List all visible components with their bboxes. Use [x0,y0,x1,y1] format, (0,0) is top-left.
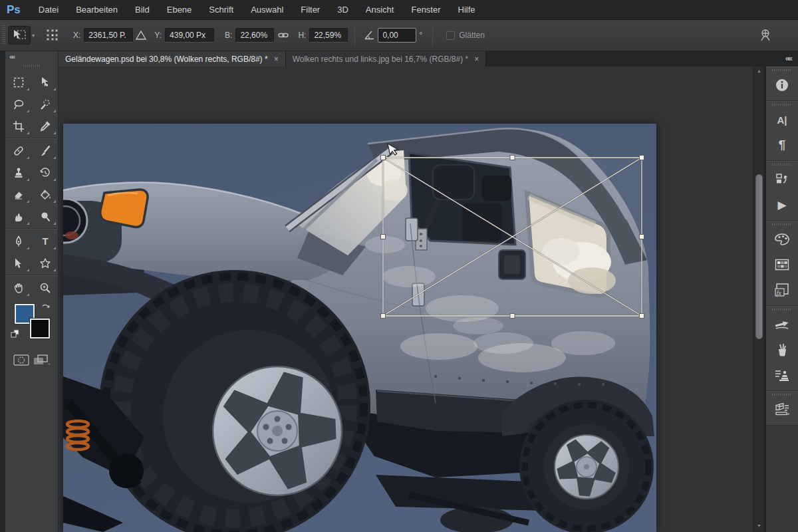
menu-hilfe[interactable]: Hilfe [450,0,484,20]
close-icon[interactable]: × [274,55,279,63]
options-bar-grip[interactable] [2,25,5,45]
menu-bearbeiten[interactable]: Bearbeiten [67,0,126,20]
panel-brush-presets-icon[interactable] [766,337,798,362]
rotation-angle-field[interactable]: 0,00 [378,28,416,43]
menu-3d[interactable]: 3D [329,0,357,20]
menu-auswahl[interactable]: Auswahl [242,0,292,20]
tool-rectangular-marquee[interactable] [5,71,32,93]
glaetten-checkbox[interactable] [446,31,455,40]
panel-info-icon[interactable] [766,72,798,98]
transform-handle-top-mid[interactable] [510,156,515,160]
transform-handle-bottom-left[interactable] [381,314,386,319]
panel-swatches-icon[interactable] [766,252,798,277]
panel-grip[interactable] [772,104,792,106]
tool-smudge[interactable] [5,205,32,227]
panel-3d-icon[interactable] [766,397,798,422]
workspace-switcher-icon[interactable] [758,28,773,43]
scroll-up-icon[interactable]: ▲ [753,66,765,76]
height-label: H: [298,31,306,40]
scrollbar-thumb[interactable] [755,174,763,339]
tool-dropdown-arrow[interactable]: ▾ [32,33,35,39]
menu-datei[interactable]: Datei [30,0,67,20]
panel-grip[interactable] [772,309,792,311]
transform-handle-top-left[interactable] [381,156,386,160]
menu-bild[interactable]: Bild [126,0,158,20]
panel-actions-icon[interactable]: ▶ [766,192,798,217]
panel-brush-icon[interactable] [766,312,798,337]
toolbar-grip[interactable] [23,65,41,67]
panel-clone-source-icon[interactable] [766,362,798,388]
tool-crop[interactable] [5,115,32,137]
transform-handle-left-mid[interactable] [381,235,386,239]
tool-path-selection[interactable] [5,252,32,274]
tool-eraser[interactable] [5,184,32,205]
tool-history-brush[interactable] [32,162,59,184]
svg-text:fx: fx [777,289,782,297]
tool-dodge[interactable] [32,205,59,227]
degree-unit: ° [419,31,422,40]
toolbar-collapse-icon[interactable]: «« [5,51,58,63]
background-color-swatch[interactable] [30,319,50,338]
width-scale-field[interactable]: 22,60% [235,28,274,43]
panel-color-icon[interactable] [766,227,798,252]
quick-mask-button[interactable] [13,354,29,369]
tool-lasso[interactable] [5,93,32,115]
panel-history-icon[interactable] [766,167,798,192]
transform-handle-bottom-mid[interactable] [510,314,515,319]
tool-clone-stamp[interactable] [5,162,32,184]
tool-type[interactable]: T [32,230,59,252]
rotation-angle-icon [364,30,376,41]
transform-handle-right-mid[interactable] [640,235,644,239]
close-icon[interactable]: × [474,55,479,63]
x-label: X: [73,31,80,40]
tool-paint-bucket[interactable] [32,184,59,205]
panel-grip[interactable] [772,69,792,71]
vertical-scrollbar[interactable]: ▲ ▼ [753,66,764,532]
height-scale-field[interactable]: 22,59% [309,28,348,43]
scroll-down-icon[interactable]: ▼ [753,521,765,531]
width-label: B: [225,31,232,40]
transform-handle-top-right[interactable] [640,156,644,160]
y-label: Y: [154,31,162,40]
reference-point-locator[interactable] [45,28,60,43]
menu-filter[interactable]: Filter [292,0,329,20]
panel-group-info [766,66,798,101]
options-separator [354,25,355,45]
panel-collapse-chevrons-icon[interactable]: «« [785,54,791,63]
panel-grip[interactable] [772,164,792,166]
tool-spot-healing-brush[interactable] [5,140,32,162]
panel-styles-icon[interactable]: fx [766,277,798,303]
relative-positioning-delta-icon[interactable] [135,30,147,41]
maintain-aspect-link-icon[interactable] [278,31,289,39]
transform-handle-bottom-right[interactable] [640,314,644,319]
jeep-rear-wheel [519,400,654,532]
panel-character-icon[interactable]: A| [766,107,798,132]
tool-zoom[interactable] [32,277,59,299]
tool-eyedropper[interactable] [32,115,59,137]
menu-schrift[interactable]: Schrift [200,0,242,20]
tool-pen[interactable] [5,230,32,252]
tool-move[interactable] [32,71,59,93]
tool-quick-selection[interactable] [32,93,59,115]
panel-grip[interactable] [772,394,792,396]
x-position-field[interactable]: 2361,50 P. [84,28,133,43]
menu-ebene[interactable]: Ebene [158,0,201,20]
tab-wolken[interactable]: Wolken rechts und links.jpg bei 16,7% (R… [286,51,487,66]
default-colors-icon[interactable] [11,329,20,341]
tool-hand[interactable] [5,277,32,299]
panel-grip[interactable] [772,223,792,225]
y-position-field[interactable]: 439,00 Px [165,28,214,43]
canvas-area[interactable] [59,66,753,532]
document-image[interactable] [63,124,656,532]
tool-custom-shape[interactable] [32,252,59,274]
tab-gelaendewagen[interactable]: Geländewagen.psd bei 30,8% (Wolken recht… [59,51,286,66]
menu-fenster[interactable]: Fenster [402,0,449,20]
tool-brush[interactable] [32,140,59,162]
jeep-turn-signal [100,190,148,227]
screen-mode-button[interactable] [33,354,50,369]
panel-paragraph-icon[interactable]: ¶ [766,132,798,158]
swap-colors-icon[interactable] [41,303,51,315]
current-tool-button[interactable] [8,26,31,45]
photoshop-logo: Ps [0,3,30,17]
menu-ansicht[interactable]: Ansicht [357,0,403,20]
